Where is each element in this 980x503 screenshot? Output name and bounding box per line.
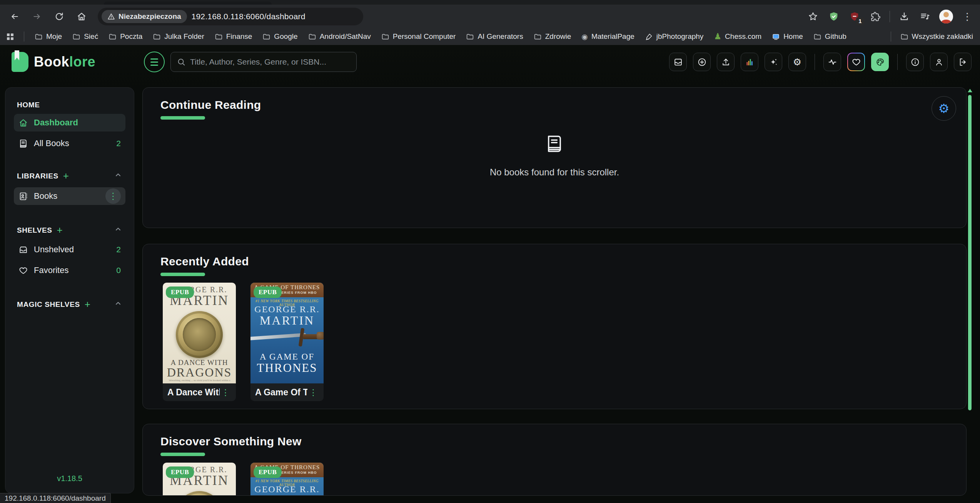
sword-pommel — [317, 332, 324, 340]
sidebar-header-home: HOME — [14, 101, 125, 109]
status-bar: 192.168.0.118:6060/dashboard — [0, 493, 111, 503]
book-cover[interactable]: EPUB A GAME OF THRONES ORIGINAL SERIES F… — [250, 283, 324, 383]
bookmark-item[interactable]: Zdrowie — [534, 32, 571, 41]
sidebar-item-all-books[interactable]: All Books 2 — [14, 135, 125, 152]
info-icon — [910, 57, 920, 67]
apps-grid-button[interactable] — [7, 33, 13, 40]
bookmark-item[interactable]: ◉ MaterialPage — [581, 32, 634, 41]
downloads-button[interactable] — [898, 10, 911, 23]
shelves-header-label: SHELVES — [17, 226, 52, 235]
record-disc-icon: ◉ — [581, 33, 588, 40]
back-button[interactable] — [6, 8, 23, 25]
book-card[interactable]: EPUB A GAME OF THRONES ORIGINAL SERIES F… — [250, 463, 324, 496]
account-button[interactable] — [930, 53, 948, 71]
home-icon — [77, 12, 87, 22]
bookmark-item[interactable]: Personal Computer — [381, 32, 456, 41]
folder-icon — [534, 33, 542, 41]
scrollbar-thumb[interactable] — [968, 95, 972, 410]
book-menu-button[interactable]: ⋮ — [220, 388, 231, 397]
playlist-icon — [920, 11, 930, 22]
bookmark-item[interactable]: Finanse — [215, 32, 252, 41]
puzzle-icon — [870, 11, 881, 22]
home-button[interactable] — [73, 8, 90, 25]
bookmark-label: Home — [783, 32, 803, 41]
browser-menu-button[interactable]: ⋮ — [961, 12, 974, 22]
ai-magic-button[interactable] — [765, 53, 782, 71]
upload-icon — [721, 57, 731, 67]
toolbar-right: 1 ⋮ — [806, 10, 974, 23]
book-cover[interactable]: EPUB A GAME OF THRONES ORIGINAL SERIES F… — [250, 463, 324, 496]
bookmark-item[interactable]: Moje — [35, 32, 62, 41]
collapse-libraries-button[interactable] — [114, 171, 122, 181]
scroll-up-arrow[interactable] — [968, 89, 972, 92]
home-icon — [18, 118, 28, 128]
star-icon — [808, 11, 818, 22]
settings-button[interactable]: ⚙ — [788, 53, 806, 71]
sidebar-item-books-library[interactable]: Books ⋮ — [14, 187, 125, 205]
url-bar[interactable]: Niezabezpieczona 192.168.0.118:6060/dash… — [98, 8, 363, 25]
sidebar-toggle-button[interactable] — [144, 52, 165, 72]
bookmark-item[interactable]: ♟ Chess.com — [714, 32, 761, 41]
item-count: 0 — [116, 266, 121, 275]
stats-button[interactable] — [741, 53, 758, 71]
all-bookmarks-button[interactable]: Wszystkie zakładki — [900, 32, 973, 41]
download-icon — [899, 11, 910, 22]
booklore-logo[interactable]: Booklore — [12, 52, 95, 72]
books-row: EPUB GEORGE R.R. MARTIN A DANCE WITH DRA… — [163, 283, 324, 401]
content-scrollbar[interactable] — [967, 87, 973, 503]
adblock-green-extension-button[interactable] — [827, 10, 840, 23]
security-chip[interactable]: Niezabezpieczona — [102, 10, 187, 23]
theme-button[interactable] — [871, 53, 889, 71]
add-shelf-button[interactable]: + — [57, 226, 63, 234]
favorites-button[interactable] — [847, 53, 865, 71]
bookmark-item[interactable]: Julka Folder — [153, 32, 204, 41]
book-cover[interactable]: EPUB GEORGE R.R. MARTIN A DANCE WITH DRA… — [163, 283, 236, 383]
library-menu-button[interactable]: ⋮ — [105, 188, 121, 204]
adblock-red-extension-button[interactable]: 1 — [848, 10, 861, 23]
bookmark-item[interactable]: jbPhotography — [645, 32, 704, 41]
reload-button[interactable] — [51, 8, 68, 25]
info-button[interactable] — [906, 53, 924, 71]
add-book-button[interactable] — [693, 53, 711, 71]
bookmark-item[interactable]: Sieć — [72, 32, 98, 41]
bookmark-item[interactable]: Google — [262, 32, 297, 41]
activity-button[interactable] — [823, 53, 841, 71]
sidebar-item-unshelved[interactable]: Unshelved 2 — [14, 241, 125, 258]
book-menu-button[interactable]: ⋮ — [307, 388, 319, 397]
profile-avatar[interactable] — [939, 10, 953, 23]
magic-shelves-header-label: MAGIC SHELVES — [17, 300, 80, 309]
book-card[interactable]: EPUB A GAME OF THRONES ORIGINAL SERIES F… — [250, 283, 324, 401]
media-queue-button[interactable] — [918, 10, 932, 23]
add-library-button[interactable]: + — [63, 172, 69, 180]
bookmark-item[interactable]: Home — [772, 32, 803, 41]
scroller-settings-button[interactable]: ⚙ — [932, 96, 956, 121]
collapse-magic-shelves-button[interactable] — [114, 299, 122, 310]
empty-state: No books found for this scroller. — [143, 134, 966, 178]
bookmark-item[interactable]: Github — [813, 32, 846, 41]
extensions-button[interactable] — [869, 10, 882, 23]
upload-button[interactable] — [717, 53, 735, 71]
book-logo-icon — [12, 52, 28, 72]
bookmark-item[interactable]: Poczta — [109, 32, 142, 41]
extension-badge: 1 — [856, 17, 864, 25]
bookmark-label: Chess.com — [725, 32, 761, 41]
book-card[interactable]: EPUB GEORGE R.R. MARTIN A DANCE WITH DRA… — [163, 283, 236, 401]
forward-button[interactable] — [28, 8, 45, 25]
bookmark-label: MaterialPage — [591, 32, 634, 41]
bookmark-star-button[interactable] — [806, 10, 820, 23]
bookmarks-bar: Moje Sieć Poczta Julka Folder Finanse Go… — [0, 28, 980, 45]
email-inbox-button[interactable] — [669, 53, 687, 71]
logout-button[interactable] — [954, 53, 972, 71]
bookmark-item[interactable]: Android/SatNav — [308, 32, 371, 41]
chevron-up-icon — [114, 299, 122, 308]
search-input[interactable] — [190, 57, 350, 67]
book-cover[interactable]: EPUB GEORGE R.R. MARTIN A DANCE WITH DRA… — [163, 463, 236, 496]
add-magic-shelf-button[interactable]: + — [85, 300, 91, 308]
bookmark-item[interactable]: AI Generators — [466, 32, 523, 41]
sidebar-item-dashboard[interactable]: Dashboard — [14, 114, 125, 132]
collapse-shelves-button[interactable] — [114, 225, 122, 235]
bookmark-label: Zdrowie — [545, 32, 571, 41]
sidebar-item-favorites[interactable]: Favorites 0 — [14, 261, 125, 279]
book-card[interactable]: EPUB GEORGE R.R. MARTIN A DANCE WITH DRA… — [163, 463, 236, 496]
warning-icon — [107, 13, 115, 20]
